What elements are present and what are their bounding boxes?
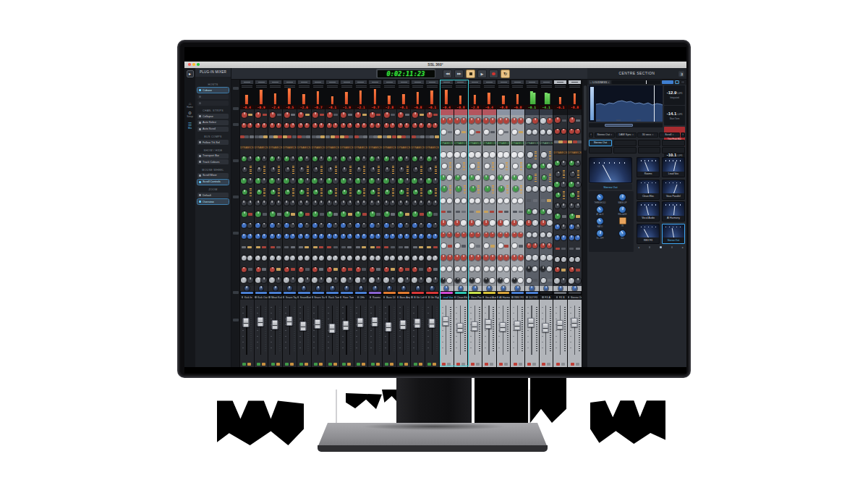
cut-button[interactable] bbox=[419, 363, 422, 366]
knob[interactable] bbox=[532, 255, 538, 261]
strip-button[interactable] bbox=[548, 279, 552, 282]
knob[interactable] bbox=[290, 277, 296, 283]
knob[interactable] bbox=[447, 278, 452, 283]
knob[interactable] bbox=[485, 164, 490, 169]
fader-cap[interactable] bbox=[500, 322, 506, 332]
solo-button[interactable] bbox=[561, 363, 565, 366]
solo-button[interactable] bbox=[547, 363, 550, 366]
knob[interactable] bbox=[347, 277, 353, 283]
sidebar-item-setup[interactable]: ⚙Setup bbox=[184, 111, 195, 119]
knob[interactable] bbox=[527, 266, 532, 272]
record-arm-icon[interactable] bbox=[255, 296, 256, 298]
channel-controls[interactable]: DYNAMICS bbox=[568, 109, 582, 286]
fader-cap[interactable] bbox=[314, 319, 320, 329]
knob[interactable] bbox=[370, 112, 375, 118]
knob[interactable] bbox=[312, 112, 318, 118]
control-scroll[interactable]: Scroll▾ bbox=[659, 132, 679, 138]
knob[interactable] bbox=[532, 164, 537, 169]
knob-mix[interactable] bbox=[617, 227, 628, 238]
sidebar-button-auto-select[interactable]: Auto Select bbox=[197, 120, 229, 125]
knob[interactable] bbox=[262, 201, 267, 206]
knob[interactable] bbox=[305, 234, 310, 239]
pan-knob[interactable] bbox=[259, 286, 264, 291]
knob[interactable] bbox=[447, 220, 453, 226]
knob[interactable] bbox=[255, 277, 261, 283]
pan-knob[interactable] bbox=[287, 286, 292, 291]
channel-controls[interactable]: DYNAMICS bbox=[326, 109, 339, 286]
knob[interactable] bbox=[327, 123, 332, 128]
channel-controls[interactable]: DYNAMICS bbox=[553, 109, 567, 286]
channel-controls[interactable]: DYNAMICS bbox=[482, 109, 496, 286]
knob[interactable] bbox=[276, 201, 281, 206]
strip-button[interactable] bbox=[490, 245, 495, 248]
strip-button[interactable] bbox=[527, 199, 531, 202]
centre-tab-empty-3[interactable] bbox=[662, 140, 685, 146]
knob[interactable] bbox=[327, 267, 332, 272]
cut-button[interactable] bbox=[333, 363, 337, 366]
strip-button[interactable] bbox=[320, 213, 324, 216]
channel-fader[interactable] bbox=[340, 300, 354, 367]
sidebar-button-cubase[interactable]: Cubase bbox=[197, 88, 229, 93]
knob[interactable] bbox=[575, 182, 581, 188]
knob[interactable] bbox=[412, 267, 417, 272]
knob[interactable] bbox=[290, 234, 295, 239]
strip-button[interactable] bbox=[556, 248, 560, 251]
fader-cap[interactable] bbox=[328, 324, 335, 333]
knob[interactable] bbox=[284, 112, 290, 118]
strip-button[interactable] bbox=[425, 135, 430, 138]
knob[interactable] bbox=[271, 167, 276, 172]
knob[interactable] bbox=[276, 156, 281, 161]
knob[interactable] bbox=[269, 178, 275, 184]
knob[interactable] bbox=[390, 156, 395, 161]
collapse-panel-icon[interactable]: ◨ bbox=[678, 71, 684, 77]
channel-controls[interactable]: DYNAMICS bbox=[340, 109, 354, 286]
pager-next-icon[interactable]: ▸ bbox=[682, 245, 684, 249]
channel-controls[interactable]: DYNAMICS bbox=[312, 109, 326, 286]
knob[interactable] bbox=[276, 277, 281, 283]
knob[interactable] bbox=[284, 256, 289, 261]
knob[interactable] bbox=[461, 152, 467, 158]
knob[interactable] bbox=[355, 123, 360, 128]
strip-button[interactable] bbox=[333, 114, 338, 117]
knob[interactable] bbox=[490, 232, 495, 237]
knob[interactable] bbox=[270, 234, 275, 239]
knob[interactable] bbox=[433, 156, 438, 161]
pan-row[interactable] bbox=[283, 286, 297, 291]
pan-knob[interactable] bbox=[416, 286, 421, 291]
knob[interactable] bbox=[518, 220, 524, 226]
knob[interactable] bbox=[512, 278, 517, 283]
cut-button[interactable] bbox=[527, 363, 531, 366]
knob[interactable] bbox=[455, 130, 460, 135]
knob[interactable] bbox=[569, 257, 574, 262]
knob[interactable] bbox=[569, 129, 574, 134]
track-name[interactable]: B Gtr Right bbox=[425, 294, 439, 300]
knob[interactable] bbox=[276, 256, 281, 261]
knob[interactable] bbox=[418, 178, 424, 184]
knob[interactable] bbox=[242, 211, 247, 217]
sidebar-button-track-colours[interactable]: Track Colours bbox=[197, 159, 229, 164]
knob[interactable] bbox=[498, 198, 503, 203]
pan-knob[interactable] bbox=[430, 286, 435, 291]
centre-tab-empty-2[interactable] bbox=[638, 140, 661, 146]
knob[interactable] bbox=[362, 156, 367, 161]
knob[interactable] bbox=[561, 257, 566, 262]
knob[interactable] bbox=[532, 266, 537, 272]
knob[interactable] bbox=[262, 223, 267, 228]
knob[interactable] bbox=[370, 201, 375, 206]
knob[interactable] bbox=[412, 178, 417, 184]
knob[interactable] bbox=[527, 175, 532, 180]
record-arm-icon[interactable] bbox=[397, 296, 399, 298]
knob[interactable] bbox=[375, 156, 380, 161]
knob[interactable] bbox=[475, 198, 480, 203]
channel-strip-kick-out[interactable]: -0.9DYNAMICSKick Out bbox=[255, 80, 269, 367]
loudness-range-chip[interactable] bbox=[662, 80, 673, 84]
knob[interactable] bbox=[305, 223, 310, 228]
minimize-icon[interactable] bbox=[192, 63, 195, 66]
knob[interactable] bbox=[547, 186, 553, 192]
channel-strip-fx-b[interactable]: -6.1DYNAMICSFX B bbox=[553, 80, 568, 367]
pan-row[interactable] bbox=[268, 286, 282, 291]
knob[interactable] bbox=[412, 112, 418, 118]
knob[interactable] bbox=[341, 277, 346, 283]
knob[interactable] bbox=[513, 164, 518, 169]
knob[interactable] bbox=[419, 201, 424, 206]
